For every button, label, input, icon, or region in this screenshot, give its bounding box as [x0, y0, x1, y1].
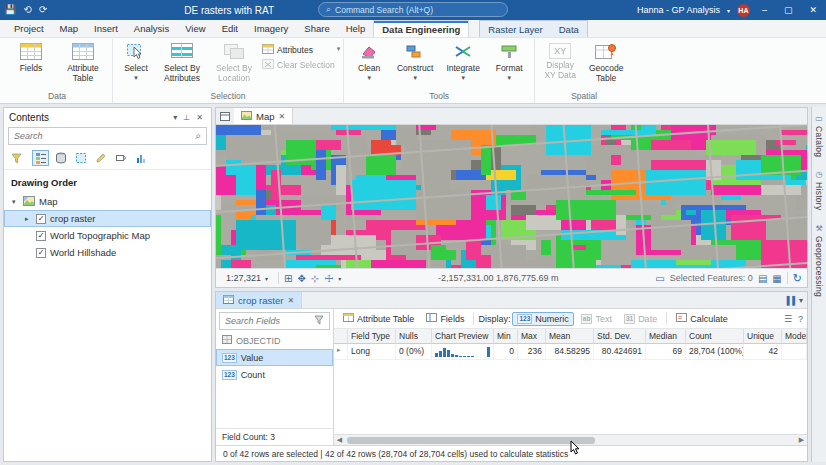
contents-search[interactable]: ⌕ — [8, 127, 207, 145]
map-tab-close-icon[interactable]: ✕ — [278, 112, 285, 121]
scroll-right-icon[interactable]: ▶ — [796, 436, 807, 444]
tab-imagery[interactable]: Imagery — [246, 20, 296, 37]
tab-data[interactable]: Data — [551, 21, 587, 37]
map-raster-canvas[interactable] — [216, 125, 807, 268]
construct-button[interactable]: Construct ▼ — [391, 39, 439, 82]
full-extent-icon[interactable]: ⊹ — [311, 273, 319, 284]
map-expander-icon[interactable]: ▾ — [12, 198, 19, 206]
world-topographic-checkbox[interactable]: ✓ — [36, 231, 46, 241]
select-by-attributes-button[interactable]: Select By Attributes — [156, 39, 208, 85]
selection-rect-icon[interactable]: ▭ — [655, 273, 664, 284]
contents-close-icon[interactable]: ✕ — [193, 113, 206, 122]
map-document-tab[interactable]: Map ✕ — [234, 108, 293, 124]
tab-raster-layer[interactable]: Raster Layer — [480, 21, 550, 37]
command-search-input[interactable] — [335, 5, 500, 15]
crop-raster-tab-close-icon[interactable]: ✕ — [287, 296, 294, 305]
save-icon[interactable]: 💾 — [4, 5, 16, 15]
layer-item-crop-raster[interactable]: ▸ ✓ crop raster — [4, 210, 211, 227]
crop-raster-checkbox[interactable]: ✓ — [36, 214, 46, 224]
geocode-table-button[interactable]: Geocode Table — [582, 39, 630, 85]
avatar[interactable]: HA — [737, 4, 750, 17]
tab-view[interactable]: View — [177, 20, 213, 37]
header-max[interactable]: Max — [518, 329, 546, 344]
snap-grid-icon[interactable]: ⊞ — [284, 273, 292, 284]
close-button[interactable]: ✕ — [804, 1, 822, 19]
clean-button[interactable]: Clean ▼ — [347, 39, 391, 82]
map-scale-dropdown[interactable]: 1:27,321 ▾ — [221, 271, 273, 285]
header-field-type[interactable]: Field Type — [348, 329, 396, 344]
crosshair-icon[interactable]: ☩ — [324, 273, 333, 284]
layer-item-world-topographic[interactable]: ✓ World Topographic Map — [4, 227, 211, 244]
crop-raster-document-tab[interactable]: crop raster ✕ — [216, 292, 302, 308]
scrollbar-thumb[interactable] — [347, 437, 595, 444]
header-unique[interactable]: Unique — [744, 329, 782, 344]
scroll-left-icon[interactable]: ◀ — [334, 436, 345, 444]
field-item-value[interactable]: 123 Value — [216, 349, 333, 366]
list-by-editing-icon[interactable] — [92, 150, 109, 166]
cell-chart-preview[interactable] — [432, 344, 494, 360]
list-by-selection-icon[interactable] — [72, 150, 89, 166]
select-button[interactable]: Select ▼ — [116, 39, 156, 82]
undo-icon[interactable]: ⟲ — [23, 5, 31, 15]
tab-edit[interactable]: Edit — [214, 20, 246, 37]
dock-tab-geoprocessing[interactable]: ⚒ Geoprocessing — [814, 225, 824, 297]
header-std-dev[interactable]: Std. Dev. — [594, 329, 646, 344]
minimize-button[interactable]: – — [757, 1, 772, 19]
tab-data-engineering[interactable]: Data Engineering — [373, 20, 469, 37]
horizontal-scrollbar[interactable]: ◀ ▶ — [334, 434, 807, 445]
selection-options-launcher-icon[interactable]: ▾ — [337, 45, 341, 53]
fields-filter-funnel-icon[interactable] — [314, 315, 324, 327]
header-nulls[interactable]: Nulls — [396, 329, 432, 344]
command-search[interactable]: ⌕ — [318, 2, 508, 17]
nav-chevron-icon[interactable]: ▾ — [338, 275, 341, 282]
refresh-icon[interactable]: ↻ — [793, 272, 802, 285]
attribute-table-button[interactable]: Attribute Table — [57, 39, 109, 85]
fields-button[interactable]: Fields — [5, 39, 57, 75]
pan-tool-icon[interactable]: ✥ — [297, 273, 305, 284]
account-name[interactable]: Hanna - GP Analysis — [637, 5, 720, 15]
tab-map[interactable]: Map — [52, 20, 86, 37]
dock-tab-catalog[interactable]: ▭ Catalog — [814, 115, 824, 157]
field-item-objectid[interactable]: OBJECTID — [216, 332, 333, 349]
header-median[interactable]: Median — [646, 329, 686, 344]
world-hillshade-checkbox[interactable]: ✓ — [36, 248, 46, 258]
dock-panes-icon[interactable]: ▐▐ — [784, 296, 795, 305]
header-count[interactable]: Count — [686, 329, 744, 344]
pane-split-icon[interactable]: ▤ — [758, 273, 767, 284]
maximize-button[interactable]: ▢ — [779, 1, 798, 19]
list-by-drawing-order-icon[interactable] — [32, 150, 49, 166]
row-selector-icon[interactable]: ▸ — [334, 344, 348, 360]
layer-item-world-hillshade[interactable]: ✓ World Hillshade — [4, 244, 211, 261]
tab-help[interactable]: Help — [338, 20, 374, 37]
calculate-button[interactable]: = Calculate — [671, 311, 733, 326]
pane-grid-icon[interactable]: ▦ — [772, 273, 781, 284]
table-row[interactable]: ▸ Long 0 (0%) 0 236 84.58295 80.424691 6… — [334, 344, 807, 360]
header-mean[interactable]: Mean — [546, 329, 594, 344]
display-numeric-button[interactable]: 123 Numeric — [512, 312, 573, 326]
tab-list-chevron-icon[interactable]: ▾ — [799, 296, 803, 305]
attribute-table-toolbar-button[interactable]: Attribute Table — [338, 311, 419, 326]
field-item-count[interactable]: 123 Count — [216, 366, 333, 383]
tab-analysis[interactable]: Analysis — [126, 20, 177, 37]
contents-search-input[interactable] — [14, 131, 195, 141]
tab-insert[interactable]: Insert — [86, 20, 126, 37]
list-by-data-source-icon[interactable] — [52, 150, 69, 166]
map-canvas-area[interactable] — [216, 125, 807, 268]
tab-project[interactable]: Project — [6, 20, 52, 37]
scrollbar-track[interactable] — [345, 436, 796, 445]
attributes-button[interactable]: Attributes — [262, 44, 335, 56]
panel-help-icon[interactable]: ? — [798, 314, 803, 324]
fields-search-input[interactable] — [225, 316, 314, 326]
filter-funnel-icon[interactable] — [8, 150, 25, 166]
dock-tab-history[interactable]: ◷ History — [814, 171, 824, 211]
contents-menu-chevron-icon[interactable]: ▾ — [170, 113, 180, 122]
crop-raster-expander-icon[interactable]: ▸ — [25, 215, 32, 223]
header-chart-preview[interactable]: Chart Preview — [432, 329, 494, 344]
list-by-charts-icon[interactable] — [132, 150, 149, 166]
format-button[interactable]: Format ▼ — [487, 39, 531, 82]
fields-toolbar-button[interactable]: Fields — [421, 311, 469, 326]
list-by-labeling-icon[interactable] — [112, 150, 129, 166]
integrate-button[interactable]: Integrate ▼ — [439, 39, 487, 82]
fields-search[interactable] — [219, 312, 330, 330]
tab-share[interactable]: Share — [296, 20, 337, 37]
